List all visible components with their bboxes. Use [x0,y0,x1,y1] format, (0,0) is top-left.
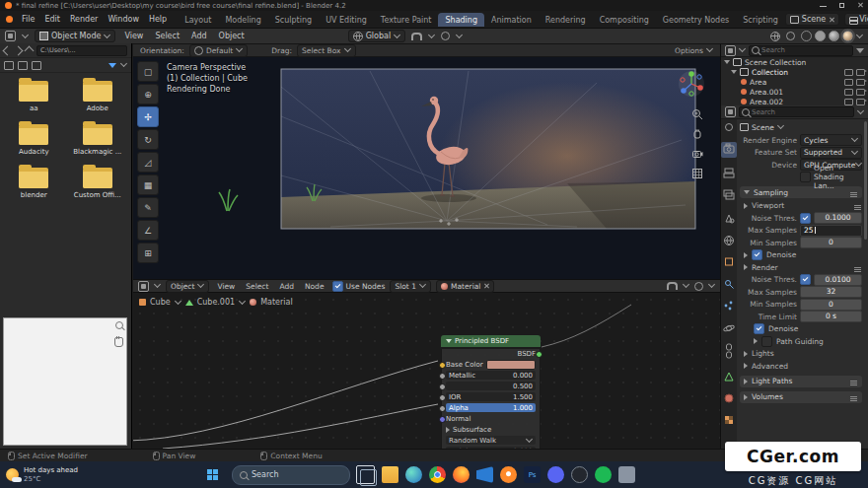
path-guiding-checkbox[interactable] [761,336,772,347]
back-icon[interactable] [3,45,13,55]
tab-scripting[interactable]: Scripting [736,13,785,27]
scene-selector[interactable]: Scene [785,13,839,26]
annotate-tool[interactable]: ✎ [137,197,159,218]
viewport-3d[interactable]: ▢ ⊕ ✢ ↻ ◿ ▦ ✎ ∠ ⊞ Camera Perspective (1)… [133,57,720,279]
app-icon[interactable] [618,466,635,483]
move-tool[interactable]: ✢ [137,106,159,127]
disable-render-icon[interactable] [856,79,865,86]
use-nodes-checkbox[interactable] [332,281,343,292]
viewport-max-samples-field[interactable]: 25 [800,225,862,237]
folder-item[interactable]: Blackmagic ... [66,124,130,156]
tab-geometry-nodes[interactable]: Geometry Nodes [656,13,736,27]
menu-window[interactable]: Window [103,13,144,26]
view-list-icon[interactable] [32,61,41,70]
cursor-tool[interactable]: ⊕ [137,84,159,105]
render-denoise-row[interactable]: Denoise [754,323,862,334]
render-min-samples-field[interactable]: 0 [800,299,862,311]
hide-viewport-icon[interactable] [844,69,853,76]
folder-item[interactable]: Adobe [66,81,130,112]
file-explorer-icon[interactable] [382,466,398,483]
material-datablock[interactable]: Material [436,280,494,293]
render-max-samples-field[interactable]: 32 [800,286,862,298]
object-tab-icon[interactable] [726,258,733,265]
zoom-icon[interactable] [115,321,123,329]
ior-row[interactable]: IOR1.500 [446,392,536,401]
folder-item[interactable]: aa [2,81,66,112]
tab-uv-editing[interactable]: UV Editing [319,13,374,27]
maximize-button[interactable] [838,2,845,9]
outliner-search[interactable] [749,45,853,56]
tab-animation[interactable]: Animation [484,13,539,27]
properties-scrollbar[interactable] [864,121,867,240]
tab-layout[interactable]: Layout [178,13,218,27]
minimize-button[interactable] [820,2,827,9]
proportional-edit-icon[interactable] [441,32,450,40]
filter-icon[interactable] [856,48,864,53]
shader-menu-add[interactable]: Add [276,282,297,291]
forward-icon[interactable] [14,45,24,55]
render-engine-dropdown[interactable]: Cycles [800,134,862,146]
code-editor-icon[interactable] [476,466,493,483]
viewport-subpanel-header[interactable]: Viewport [744,200,862,211]
transform-orientation-dropdown[interactable]: Global [348,30,406,42]
bsdf-output-socket[interactable] [536,351,542,358]
menu-add[interactable]: Add [188,32,210,40]
tab-compositing[interactable]: Compositing [593,13,656,27]
tab-texture-paint[interactable]: Texture Paint [374,13,439,27]
obs-icon[interactable] [571,466,588,483]
preset-menu-icon[interactable] [854,205,862,206]
solid-shading-icon[interactable] [815,31,826,41]
metallic-row[interactable]: Metallic0.000 [446,371,536,380]
shading-options-chevron-icon[interactable] [856,31,863,37]
pan-hand-icon[interactable] [691,128,703,140]
spotify-icon[interactable] [595,466,612,483]
subsurface-method-row[interactable]: Random Walk [446,436,536,445]
snap-options-chevron-icon[interactable] [428,31,435,37]
menu-view[interactable]: View [121,32,146,40]
normal-row[interactable]: Normal [446,414,536,423]
roughness-row[interactable]: 0.500 [446,382,536,390]
view-large-icons-icon[interactable] [18,61,28,70]
world-tab-icon[interactable] [725,237,734,245]
editor-type-icon[interactable] [5,31,16,41]
select-box-tool[interactable]: ▢ [137,61,159,82]
preset-menu-icon[interactable] [850,381,858,382]
base-color-row[interactable]: Base Color [446,360,536,369]
base-color-swatch[interactable] [486,360,536,370]
preset-menu-icon[interactable] [850,192,858,193]
render-noise-threshold-field[interactable]: 0.0100 [814,274,862,286]
material-unlink-icon[interactable] [483,283,489,289]
proportional-edit-chevron-icon[interactable] [456,31,463,37]
hide-viewport-icon[interactable] [844,89,853,96]
preset-menu-icon[interactable] [850,396,858,397]
blender-taskbar-icon[interactable] [500,466,517,483]
menu-help[interactable]: Help [144,13,172,26]
outliner-row-collection[interactable]: Collection [721,67,868,77]
orientation-dropdown[interactable]: Default [189,44,248,57]
blender-logo-icon[interactable] [6,16,13,23]
ior-socket[interactable] [439,394,446,401]
scale-tool[interactable]: ◿ [137,152,159,173]
tab-shading[interactable]: Shading [438,13,484,27]
render-noise-threshold-checkbox[interactable] [800,274,811,285]
object-data-tab-icon[interactable] [725,373,733,381]
weather-widget[interactable]: Hot days ahead 25°C [6,466,193,484]
pan-hand-icon[interactable] [114,337,123,347]
particles-tab-icon[interactable] [725,302,733,311]
subsurface-panel-row[interactable]: Subsurface [446,425,536,434]
properties-search-input[interactable] [752,108,851,116]
disable-render-icon[interactable] [856,69,865,76]
outliner-editor-type-icon[interactable] [725,45,736,56]
material-tab-icon[interactable] [725,394,733,402]
render-subpanel-header[interactable]: Render [744,262,862,273]
shader-editor-type-icon[interactable] [138,281,149,292]
snap-magnet-icon[interactable] [411,33,422,40]
material-slot-dropdown[interactable]: Slot 1 [390,280,431,293]
node-header[interactable]: Principled BSDF [441,335,541,347]
path-guiding-row[interactable]: Path Guiding [754,336,862,347]
node-overlays-icon[interactable] [694,282,703,291]
normal-socket[interactable] [439,416,446,423]
rotate-tool[interactable]: ↻ [137,129,159,150]
outliner-row-scene-collection[interactable]: Scene Collection [721,57,868,67]
breadcrumb-material[interactable]: Material [260,298,293,307]
